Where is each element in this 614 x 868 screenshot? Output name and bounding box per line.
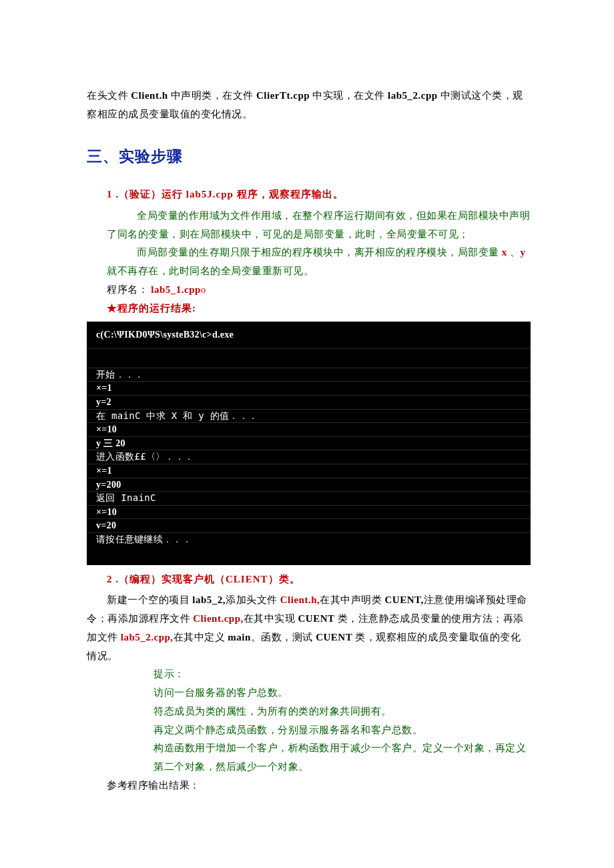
intro-file-client-h: Client.h — [131, 90, 168, 101]
console-row-text: v=20 — [96, 520, 116, 530]
bt-f: CUENT, — [382, 594, 423, 605]
console-row-text: ×=10 — [96, 507, 117, 517]
run-result-text: 程序的运行结果: — [117, 303, 196, 314]
intro-file-lab5-2-cpp: lab5_2.cpp — [388, 90, 438, 101]
bt-j: CUENT — [295, 613, 334, 624]
step1-num: 1 — [107, 189, 113, 199]
step1-green1-text: 全局变量的作用域为文件作用域，在整个程序运行期间有效，但如果在局部模块中声明了同… — [107, 210, 530, 240]
console-row: ×=1 — [87, 464, 531, 478]
console-title-bar: c(C:\ΨIKD0ΨS\systeB32\c>d.exe — [87, 322, 531, 349]
hint-label: 提示： — [154, 665, 531, 684]
step1-green2-b: 、 — [510, 247, 521, 258]
console-row: v=20 — [87, 519, 531, 533]
console-row-text: y=200 — [96, 480, 121, 490]
step1-green2-a: 而局部变量的生存期只限于相应的程序模块中，离开相应的程序模块，局部变量 — [137, 247, 499, 258]
console-row: ×=10 — [87, 506, 531, 520]
document-page: 在头文件 Client.h 中声明类，在文件 ClierTt.cpp 中实现，在… — [0, 0, 614, 835]
console-row-continue: 请按任意键继续．．． — [87, 533, 531, 546]
bt-m: 在其中定义 — [174, 632, 226, 642]
console-row: ×=1 — [87, 382, 531, 396]
console-row: 进入函数££〈〉．．． — [87, 450, 531, 464]
step1-heading: 1 .（验证）运行 lab5J.cpp 程序，观察程序输出。 — [107, 185, 531, 204]
step2-num: 2 — [107, 574, 113, 584]
console-row: y=200 — [87, 478, 531, 492]
star-icon: ★ — [107, 303, 117, 314]
console-row-text: y=2 — [96, 397, 111, 407]
intro-paragraph: 在头文件 Client.h 中声明类，在文件 ClierTt.cpp 中实现，在… — [87, 87, 531, 124]
bt-i: 在其中实现 — [244, 613, 296, 624]
section-heading-steps: 三、实验步骤 — [87, 143, 531, 171]
intro-file-cliertt-cpp: ClierTt.cpp — [256, 90, 310, 101]
step1-var-x: x — [499, 247, 511, 258]
console-blank — [87, 349, 531, 368]
console-row: y=2 — [87, 396, 531, 410]
hint-4: 构造函数用于增加一个客户，析构函数用于减少一个客户。定义一个对象，再定义第二个对… — [154, 739, 531, 777]
step2-dot: .（编程）实现客户机（ — [113, 574, 226, 584]
console-row-start: 开始．．． — [87, 368, 531, 382]
intro-text-e: 中实现，在文件 — [312, 90, 385, 101]
step2-tail: ）类。 — [268, 574, 300, 584]
intro-text-a: 在头文件 — [87, 90, 128, 101]
hint-2: 符态成员为类的属性，为所有的类的对象共同拥有。 — [154, 703, 531, 721]
hint-block: 提示： 访问一台服务器的客户总数。 符态成员为类的属性，为所有的类的对象共同拥有… — [87, 665, 531, 777]
bt-c: 添加头文件 — [226, 594, 278, 605]
bt-o: 。函数，测试 — [251, 632, 313, 642]
reference-output-label: 参考程序输出结果： — [107, 777, 531, 795]
bt-p: CUENT — [313, 632, 352, 642]
step1-green-para2: 而局部变量的生存期只限于相应的程序模块中，离开相应的程序模块，局部变量 x 、y… — [107, 244, 531, 281]
bt-l: lab5_2.cpp, — [118, 632, 174, 642]
console-row-text: ×=1 — [96, 466, 112, 476]
console-row: 在 mainC 中求 X 和 y 的值．．． — [87, 410, 531, 424]
step2-heading: 2 .（编程）实现客户机（CLIENT）类。 — [107, 570, 531, 589]
console-row-text: ×=10 — [96, 424, 117, 434]
bt-d: Client.h, — [278, 594, 320, 605]
console-end — [87, 546, 531, 565]
run-result-label: ★程序的运行结果: — [107, 300, 531, 318]
hint-1: 访问一台服务器的客户总数。 — [154, 684, 531, 703]
step1-green-para1: 全局变量的作用域为文件作用域，在整个程序运行期间有效，但如果在局部模块中声明了同… — [107, 207, 531, 244]
program-name-value: lab5_1.cpp — [151, 284, 201, 295]
step1-dot: .（验证）运行 — [113, 189, 184, 199]
intro-text-c: 中声明类，在文件 — [171, 90, 254, 101]
program-name-label: 程序名： — [107, 284, 148, 295]
step1-tail: 程序，观察程序输出。 — [237, 189, 344, 199]
console-row-text: y 三 20 — [96, 438, 125, 448]
bt-e: 在其中声明类 — [320, 594, 382, 605]
bt-h: Client.cpp, — [190, 613, 244, 624]
hint-3: 再定义两个静态成员函数，分别显示服务器名和客户总数。 — [154, 721, 531, 740]
step1-var-y: y — [521, 247, 526, 258]
console-row: y 三 20 — [87, 437, 531, 451]
bt-n: main — [225, 632, 251, 642]
step1-green2-c: 就不再存在，此时同名的全局变量重新可见。 — [107, 266, 314, 276]
bt-a: 新建一个空的项目 — [107, 594, 190, 605]
step2-client: CLIENT — [226, 574, 268, 584]
console-row-text: ×=1 — [96, 383, 112, 393]
console-row: 返回 InainC — [87, 492, 531, 506]
bt-b: lab5_2, — [190, 594, 226, 605]
console-row: ×=10 — [87, 423, 531, 437]
console-output: c(C:\ΨIKD0ΨS\systeB32\c>d.exe 开始．．． ×=1 … — [87, 322, 531, 564]
step1-program: lab5J.cpp — [186, 189, 234, 199]
program-name-line: 程序名： lab5_1.cppo — [107, 281, 531, 300]
program-name-suffix: o — [201, 284, 206, 295]
step2-body: 新建一个空的项目 lab5_2,添加头文件 Client.h,在其中声明类 CU… — [87, 591, 531, 665]
